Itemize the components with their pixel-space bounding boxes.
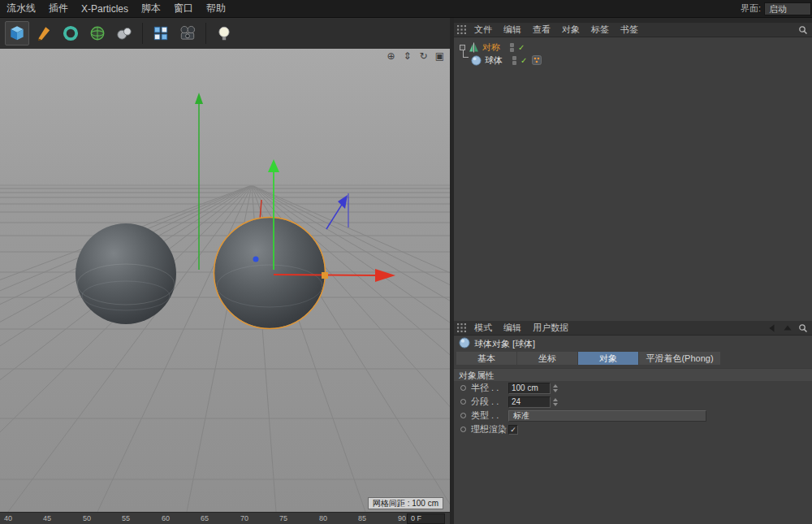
object-row-symmetry[interactable]: 对称 ✓ <box>456 41 812 54</box>
param-label: 理想渲染 <box>471 423 508 435</box>
attribute-title-row: 球体对象 [球体] <box>454 336 812 352</box>
am-menu-mode[interactable]: 模式 <box>469 322 498 334</box>
field-sphere-tool-button[interactable] <box>85 21 110 45</box>
attribute-tabs: 基本 坐标 对象 平滑着色(Phong) <box>454 352 812 365</box>
am-menu-userdata[interactable]: 用户数据 <box>527 322 574 334</box>
timeline-tick: 40 <box>4 514 12 522</box>
panel-grip-icon[interactable] <box>457 25 466 34</box>
symmetry-object-icon <box>469 42 479 53</box>
particle-tag-icon[interactable] <box>532 55 542 65</box>
menu-item-help[interactable]: 帮助 <box>200 2 232 15</box>
om-menu-tags[interactable]: 标签 <box>585 24 615 36</box>
zoom-view-icon[interactable]: ⇕ <box>402 50 412 62</box>
search-icon[interactable] <box>797 24 809 36</box>
tab-phong[interactable]: 平滑着色(Phong) <box>639 352 720 365</box>
current-frame-field[interactable]: 0 F <box>407 513 445 524</box>
keyframe-circle-icon[interactable] <box>460 399 466 405</box>
om-menu-bookmarks[interactable]: 书签 <box>615 24 644 36</box>
type-dropdown[interactable]: 标准 <box>508 410 706 422</box>
timeline-tick: 85 <box>358 514 366 522</box>
radius-input[interactable]: 100 cm <box>508 383 551 394</box>
menu-item-xparticles[interactable]: X-Particles <box>75 3 135 15</box>
visibility-dots[interactable] <box>510 43 514 52</box>
viewport-controls: ⊕ ⇕ ↻ ▣ <box>386 50 445 62</box>
light-icon <box>215 24 233 42</box>
spinner-arrows-icon[interactable] <box>553 398 558 406</box>
viewport-canvas[interactable]: ⊕ ⇕ ↻ ▣ 网格间距 : 100 cm <box>0 49 450 512</box>
am-menu-edit[interactable]: 编辑 <box>498 322 527 334</box>
tab-basic[interactable]: 基本 <box>456 352 516 365</box>
rotate-view-icon[interactable]: ↻ <box>418 50 429 62</box>
object-row-sphere[interactable]: 球体 ✓ <box>456 54 812 67</box>
menu-item-plugins[interactable]: 插件 <box>42 2 75 15</box>
visibility-dots[interactable] <box>512 56 516 65</box>
sphere-left[interactable] <box>76 223 176 324</box>
om-menu-file[interactable]: 文件 <box>469 24 498 36</box>
toolbar-separator <box>205 23 206 44</box>
menu-item-pipeline[interactable]: 流水线 <box>0 2 42 15</box>
toolbar <box>0 18 451 49</box>
history-back-icon[interactable] <box>766 322 778 334</box>
object-name[interactable]: 球体 <box>485 54 503 67</box>
brush-tool-button[interactable] <box>32 21 56 45</box>
torus-tool-button[interactable] <box>58 21 83 45</box>
object-manager-panel: 文件 编辑 查看 对象 标签 书签 对称 ✓ 球体 ✓ <box>454 23 812 321</box>
field-sphere-icon <box>89 24 106 42</box>
menu-item-script[interactable]: 脚本 <box>135 2 167 15</box>
expand-toggle-icon[interactable] <box>460 45 465 50</box>
timeline-tick: 65 <box>201 514 209 522</box>
tab-object[interactable]: 对象 <box>578 352 638 365</box>
section-object-properties[interactable]: 对象属性 <box>454 368 812 381</box>
timeline-tick: 55 <box>122 514 130 522</box>
pan-view-icon[interactable]: ⊕ <box>386 50 396 62</box>
camera-icon <box>179 24 197 42</box>
menu-item-window[interactable]: 窗口 <box>167 2 200 15</box>
attribute-title: 球体对象 [球体] <box>474 338 535 350</box>
camera-tool-button[interactable] <box>175 21 200 45</box>
viewport-scene <box>0 49 450 512</box>
sphere-object-icon <box>459 337 470 350</box>
timeline-ruler[interactable]: 40 45 50 55 60 65 70 75 80 85 90 0 F <box>0 512 450 524</box>
panel-grip-icon[interactable] <box>457 323 466 332</box>
maximize-view-icon[interactable]: ▣ <box>434 50 445 62</box>
cube-primitive-tool-button[interactable] <box>5 21 29 45</box>
render-perfect-checkbox[interactable]: ✓ <box>508 425 518 435</box>
timeline-tick: 70 <box>240 514 248 522</box>
param-label: 半径 . . <box>471 382 508 394</box>
object-name[interactable]: 对称 <box>482 41 500 54</box>
keyframe-circle-icon[interactable] <box>460 413 466 418</box>
attribute-manager-menubar: 模式 编辑 用户数据 <box>454 321 812 336</box>
brush-icon <box>35 24 53 42</box>
keyframe-circle-icon[interactable] <box>460 427 466 432</box>
object-tree: 对称 ✓ 球体 ✓ <box>454 37 812 67</box>
tab-coordinates[interactable]: 坐标 <box>517 352 577 365</box>
array-tool-button[interactable] <box>149 21 173 45</box>
menu-bar: 流水线 插件 X-Particles 脚本 窗口 帮助 界面: 启动 <box>0 0 812 18</box>
interface-label: 界面: <box>741 2 761 15</box>
segments-input[interactable]: 24 <box>508 396 551 408</box>
metaball-icon <box>115 24 133 42</box>
light-tool-button[interactable] <box>212 21 236 45</box>
spinner-arrows-icon[interactable] <box>553 384 558 392</box>
array-icon <box>152 24 170 42</box>
toolbar-separator <box>142 23 143 44</box>
torus-icon <box>62 24 80 42</box>
sphere-object-icon <box>471 55 482 66</box>
enabled-check-icon[interactable]: ✓ <box>520 56 527 65</box>
param-label: 分段 . . <box>471 396 508 408</box>
cube-icon <box>8 24 26 42</box>
attribute-manager-panel: 模式 编辑 用户数据 球体对象 [球体] 基本 坐标 对象 平滑着色(Phong… <box>454 321 812 524</box>
om-menu-edit[interactable]: 编辑 <box>498 24 527 36</box>
interface-select[interactable]: 启动 <box>764 2 811 15</box>
timeline-tick: 80 <box>319 514 327 522</box>
keyframe-circle-icon[interactable] <box>460 385 466 391</box>
om-menu-view[interactable]: 查看 <box>527 24 556 36</box>
sphere-selected[interactable] <box>214 218 326 329</box>
metaball-tool-button[interactable] <box>112 21 136 45</box>
viewport-sky <box>0 49 450 185</box>
om-menu-object[interactable]: 对象 <box>556 24 585 36</box>
search-icon[interactable] <box>797 322 809 334</box>
timeline-tick: 75 <box>279 514 287 522</box>
enabled-check-icon[interactable]: ✓ <box>518 43 525 52</box>
history-up-icon[interactable] <box>781 322 793 334</box>
